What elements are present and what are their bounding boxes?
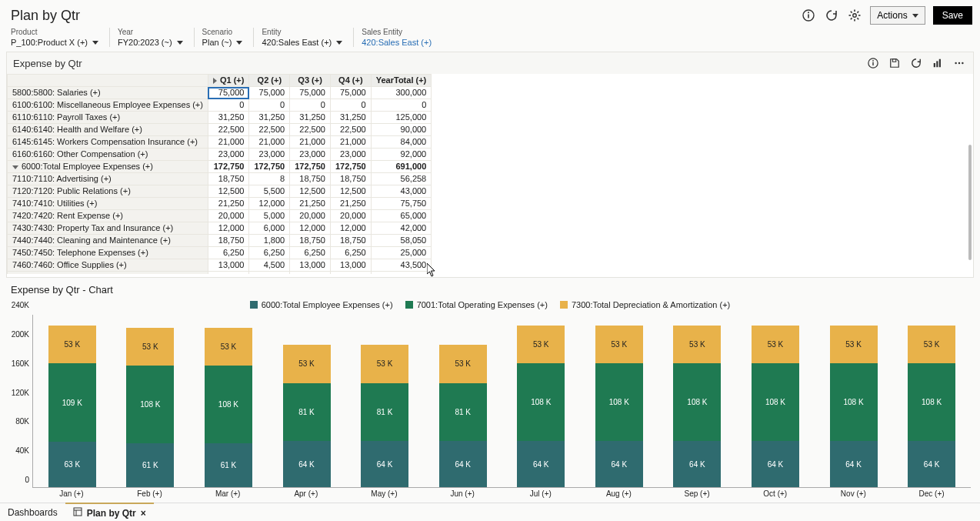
cell[interactable]: 20,000	[290, 210, 331, 222]
row-header[interactable]: 6160:6160: Other Compensation (+)	[8, 149, 208, 161]
table-row[interactable]: 7410:7410: Utilities (+)21,25012,00021,2…	[8, 198, 432, 210]
cell[interactable]: 22,500	[330, 124, 371, 136]
row-header[interactable]: 6145:6145: Workers Compensation Insuranc…	[8, 136, 208, 149]
cell[interactable]: 5,000	[290, 272, 331, 275]
cell[interactable]: 43,500	[371, 259, 432, 272]
cell[interactable]: 18,750	[330, 173, 371, 185]
table-row[interactable]: 6160:6160: Other Compensation (+)23,0002…	[8, 149, 432, 161]
legend-item[interactable]: 6000:Total Employee Expenses (+)	[250, 300, 393, 309]
column-header[interactable]: Q4 (+)	[330, 75, 371, 87]
footer-tab[interactable]: Dashboards	[0, 504, 65, 521]
cell[interactable]: 56,258	[371, 173, 432, 185]
cell[interactable]: 13,000	[330, 259, 371, 272]
cell[interactable]: 31,250	[249, 112, 290, 124]
cell[interactable]: 92,000	[371, 149, 432, 161]
cell[interactable]: 75,000	[330, 87, 371, 99]
cell[interactable]: 21,250	[290, 198, 331, 210]
gear-icon[interactable]	[847, 8, 862, 23]
table-row[interactable]: 7110:7110: Advertising (+)18,750818,7501…	[8, 173, 432, 185]
table-row[interactable]: 7120:7120: Public Relations (+)12,5005,5…	[8, 185, 432, 198]
cell[interactable]: 13,000	[290, 259, 331, 272]
cell[interactable]: 5,000	[208, 272, 248, 275]
cell[interactable]: 6,250	[208, 247, 248, 259]
cell[interactable]: 43,000	[371, 185, 432, 198]
cell[interactable]: 84,000	[371, 136, 432, 149]
column-header[interactable]: Q3 (+)	[290, 75, 331, 87]
legend-item[interactable]: 7300:Total Depreciation & Amortization (…	[560, 300, 730, 309]
cell[interactable]: 20,000	[371, 272, 432, 275]
cell[interactable]: 18,750	[290, 173, 331, 185]
cell[interactable]: 23,000	[330, 149, 371, 161]
cell[interactable]: 6,250	[249, 247, 290, 259]
chart-icon[interactable]	[930, 55, 945, 71]
cell[interactable]: 6,000	[249, 222, 290, 235]
cell[interactable]: 23,000	[208, 149, 248, 161]
pov-value[interactable]: FY20:2023 (~)	[118, 38, 183, 47]
pov-value[interactable]: 420:Sales East (+)	[362, 38, 432, 47]
cell[interactable]: 21,000	[330, 136, 371, 149]
table-row[interactable]: 5800:5800: Salaries (+)75,00075,00075,00…	[8, 87, 432, 99]
close-icon[interactable]: ×	[141, 508, 146, 519]
cell[interactable]: 23,000	[249, 149, 290, 161]
bar[interactable]: 53 K108 K64 K	[595, 315, 643, 487]
cell[interactable]: 75,750	[371, 198, 432, 210]
cell[interactable]: 21,000	[290, 136, 331, 149]
cell[interactable]: 5,000	[249, 210, 290, 222]
cell[interactable]: 18,750	[290, 235, 331, 247]
cell[interactable]: 18,750	[208, 173, 248, 185]
cell[interactable]: 8	[249, 173, 290, 185]
cell[interactable]: 75,000	[290, 87, 331, 99]
cell[interactable]: 18,750	[330, 235, 371, 247]
pov-value[interactable]: Plan (~)	[202, 38, 243, 47]
row-header[interactable]: 7510:7510: Postage (+)	[8, 272, 208, 275]
cell[interactable]: 691,000	[371, 161, 432, 173]
cell[interactable]: 12,000	[249, 198, 290, 210]
row-header[interactable]: 7440:7440: Cleaning and Maintenance (+)	[8, 235, 208, 247]
more-icon[interactable]	[952, 55, 967, 71]
row-header[interactable]: 6000:Total Employee Expenses (+)	[8, 161, 208, 173]
cell[interactable]: 6,250	[290, 247, 331, 259]
collapse-icon[interactable]	[12, 165, 18, 169]
row-header[interactable]: 7410:7410: Utilities (+)	[8, 198, 208, 210]
table-row[interactable]: 7510:7510: Postage (+)5,0005,0005,0005,0…	[8, 272, 432, 275]
bar[interactable]: 53 K81 K64 K	[361, 315, 408, 487]
cell[interactable]: 20,000	[208, 210, 248, 222]
footer-tab[interactable]: Plan by Qtr×	[65, 503, 154, 521]
cell[interactable]: 172,750	[208, 161, 248, 173]
cell[interactable]: 12,500	[290, 185, 331, 198]
cell[interactable]: 22,500	[249, 124, 290, 136]
cell[interactable]: 12,500	[208, 185, 248, 198]
cell[interactable]: 22,500	[208, 124, 248, 136]
cell[interactable]: 31,250	[290, 112, 331, 124]
cell[interactable]: 172,750	[330, 161, 371, 173]
row-header[interactable]: 7420:7420: Rent Expense (+)	[8, 210, 208, 222]
bar[interactable]: 53 K108 K64 K	[517, 315, 565, 487]
cell[interactable]: 42,000	[371, 222, 432, 235]
cell[interactable]: 5,500	[249, 185, 290, 198]
bar[interactable]: 53 K108 K61 K	[126, 315, 174, 487]
cell[interactable]: 300,000	[371, 87, 432, 99]
table-row[interactable]: 6000:Total Employee Expenses (+)172,7501…	[8, 161, 432, 173]
cell[interactable]: 21,000	[208, 136, 248, 149]
cell[interactable]: 4,500	[249, 259, 290, 272]
cell[interactable]: 31,250	[330, 112, 371, 124]
cell[interactable]: 125,000	[371, 112, 432, 124]
column-header[interactable]: YearTotal (+)	[371, 75, 432, 87]
cell[interactable]: 5,000	[249, 272, 290, 275]
cell[interactable]: 12,500	[330, 185, 371, 198]
expand-icon[interactable]	[213, 78, 217, 84]
expense-table[interactable]: Q1 (+)Q2 (+)Q3 (+)Q4 (+)YearTotal (+)580…	[7, 74, 432, 274]
column-header[interactable]: Q1 (+)	[208, 75, 248, 87]
cell[interactable]: 18,750	[208, 235, 248, 247]
refresh-icon[interactable]	[908, 55, 924, 71]
cell[interactable]: 23,000	[290, 149, 331, 161]
save-icon[interactable]	[887, 55, 902, 71]
cell[interactable]: 21,000	[249, 136, 290, 149]
cell[interactable]: 0	[330, 99, 371, 112]
bar[interactable]: 53 K81 K64 K	[439, 315, 487, 487]
table-row[interactable]: 7440:7440: Cleaning and Maintenance (+)1…	[8, 235, 432, 247]
table-row[interactable]: 6100:6100: Miscellaneous Employee Expens…	[8, 99, 432, 112]
table-row[interactable]: 6110:6110: Payroll Taxes (+)31,25031,250…	[8, 112, 432, 124]
cell[interactable]: 12,000	[208, 222, 248, 235]
actions-button[interactable]: Actions	[870, 6, 925, 25]
